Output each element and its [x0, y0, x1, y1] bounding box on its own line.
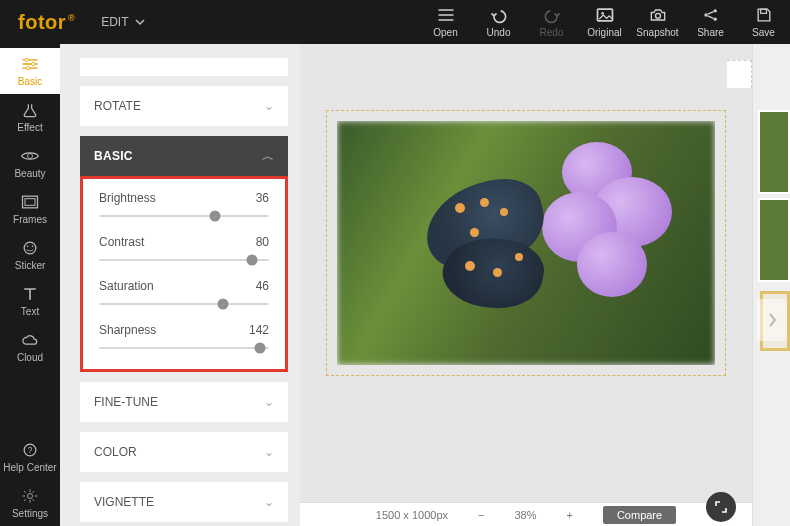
compare-button[interactable]: Compare — [603, 506, 676, 524]
sticker-icon — [20, 239, 40, 257]
svg-rect-12 — [25, 199, 35, 206]
snapshot-label: Snapshot — [636, 27, 678, 38]
rail-text[interactable]: Text — [0, 278, 60, 324]
undo-button[interactable]: Undo — [472, 0, 525, 44]
brightness-label: Brightness — [99, 191, 156, 205]
svg-point-3 — [704, 13, 707, 16]
redo-button[interactable]: Redo — [525, 0, 578, 44]
rail-frames[interactable]: Frames — [0, 186, 60, 232]
svg-point-2 — [655, 13, 660, 18]
rail-settings[interactable]: Settings — [0, 480, 60, 526]
sharpness-knob[interactable] — [254, 343, 265, 354]
zoom-in-button[interactable]: + — [566, 509, 572, 521]
section-vignette-label: VIGNETTE — [94, 495, 154, 509]
rail-basic-label: Basic — [18, 76, 42, 87]
photo-frame[interactable] — [326, 110, 726, 376]
flask-icon — [20, 101, 40, 119]
share-button[interactable]: Share — [684, 0, 737, 44]
svg-point-8 — [32, 62, 35, 65]
registered-mark: ® — [68, 13, 75, 23]
open-button[interactable]: Open — [419, 0, 472, 44]
frame-icon — [20, 193, 40, 211]
rail-sticker-label: Sticker — [15, 260, 46, 271]
zoom-out-button[interactable]: − — [478, 509, 484, 521]
section-rotate-label: ROTATE — [94, 99, 141, 113]
expand-button[interactable] — [706, 492, 736, 522]
saturation-knob[interactable] — [218, 299, 229, 310]
svg-point-18 — [28, 494, 33, 499]
camera-icon — [648, 6, 668, 24]
brightness-value: 36 — [256, 191, 269, 205]
rail-effect[interactable]: Effect — [0, 94, 60, 140]
thumbnail-1[interactable] — [758, 110, 790, 194]
svg-point-13 — [24, 242, 36, 254]
zoom-level: 38% — [514, 509, 536, 521]
contrast-value: 80 — [256, 235, 269, 249]
top-actions: Open Undo Redo Original Snapshot Share — [419, 0, 790, 44]
butterfly — [415, 183, 585, 313]
sliders-icon — [20, 55, 40, 73]
rail-help-label: Help Center — [3, 462, 56, 473]
contrast-knob[interactable] — [247, 255, 258, 266]
rail-effect-label: Effect — [17, 122, 42, 133]
contrast-track[interactable] — [99, 259, 269, 261]
help-icon: ? — [20, 441, 40, 459]
chevron-right-icon — [767, 312, 777, 328]
save-icon — [754, 6, 774, 24]
svg-point-7 — [25, 58, 28, 61]
chevron-down-icon: ⌄ — [264, 495, 274, 509]
section-color[interactable]: COLOR ⌄ — [80, 432, 288, 472]
section-vignette[interactable]: VIGNETTE ⌄ — [80, 482, 288, 522]
brightness-knob[interactable] — [209, 211, 220, 222]
rail-basic[interactable]: Basic — [0, 48, 60, 94]
eye-icon — [20, 147, 40, 165]
top-bar: fotor ® EDIT Open Undo Redo Original — [0, 0, 790, 44]
svg-point-10 — [28, 154, 33, 159]
rail-help-center[interactable]: ? Help Center — [0, 434, 60, 480]
slider-contrast: Contrast 80 — [99, 235, 269, 261]
svg-text:?: ? — [28, 445, 33, 455]
logo: fotor ® — [18, 11, 75, 34]
bottom-toolbar: 1500 x 1000px − 38% + Compare — [300, 502, 752, 526]
section-rotate[interactable]: ROTATE ⌄ — [80, 86, 288, 126]
brightness-track[interactable] — [99, 215, 269, 217]
rail-text-label: Text — [21, 306, 39, 317]
gear-icon — [20, 487, 40, 505]
chevron-down-icon: ⌄ — [264, 99, 274, 113]
side-panel: ROTATE ⌄ BASIC ︿ Brightness 36 Contrast … — [60, 44, 300, 526]
save-button[interactable]: Save — [737, 0, 790, 44]
original-button[interactable]: Original — [578, 0, 631, 44]
logo-text: fotor — [18, 11, 66, 34]
undo-label: Undo — [487, 27, 511, 38]
rail-sticker[interactable]: Sticker — [0, 232, 60, 278]
sharpness-track[interactable] — [99, 347, 269, 349]
share-label: Share — [697, 27, 724, 38]
section-basic-label: BASIC — [94, 149, 133, 163]
strip-next-button[interactable] — [757, 299, 787, 341]
left-rail: Basic Effect Beauty Frames Sticker Text … — [0, 44, 60, 526]
svg-point-4 — [713, 9, 716, 12]
rail-beauty-label: Beauty — [14, 168, 45, 179]
section-basic[interactable]: BASIC ︿ — [80, 136, 288, 176]
photo — [337, 121, 715, 365]
mode-selector[interactable]: EDIT — [101, 15, 144, 29]
redo-icon — [542, 6, 562, 24]
section-color-label: COLOR — [94, 445, 137, 459]
saturation-label: Saturation — [99, 279, 154, 293]
open-label: Open — [433, 27, 457, 38]
section-fine-tune[interactable]: FINE-TUNE ⌄ — [80, 382, 288, 422]
saturation-track[interactable] — [99, 303, 269, 305]
snapshot-button[interactable]: Snapshot — [631, 0, 684, 44]
slider-sharpness: Sharpness 142 — [99, 323, 269, 349]
svg-point-5 — [713, 18, 716, 21]
thumbnail-2[interactable] — [758, 198, 790, 282]
rail-cloud[interactable]: Cloud — [0, 324, 60, 370]
rail-cloud-label: Cloud — [17, 352, 43, 363]
rail-beauty[interactable]: Beauty — [0, 140, 60, 186]
saturation-value: 46 — [256, 279, 269, 293]
chevron-down-icon: ⌄ — [264, 395, 274, 409]
canvas-area: 1500 x 1000px − 38% + Compare — [300, 44, 752, 526]
menu-icon — [436, 6, 456, 24]
panel-top-bar — [80, 58, 288, 76]
image-icon — [595, 6, 615, 24]
